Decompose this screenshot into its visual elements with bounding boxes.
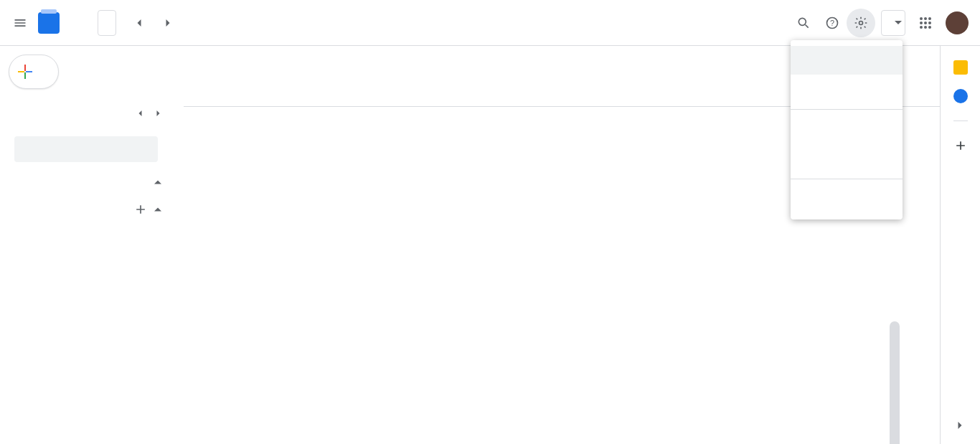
svg-point-4: [859, 21, 863, 24]
other-calendars-section[interactable]: [6, 202, 171, 217]
svg-point-9: [924, 22, 927, 24]
chevron-down-icon: [895, 19, 902, 27]
add-addon-icon[interactable]: [953, 138, 968, 156]
side-panel: [940, 46, 980, 444]
menu-item-print[interactable]: [791, 144, 903, 173]
svg-point-7: [928, 17, 931, 20]
plus-icon: [17, 63, 34, 80]
chevron-up-icon: [151, 175, 165, 189]
svg-point-10: [928, 22, 931, 24]
mini-next-button[interactable]: [149, 105, 166, 122]
scrollbar[interactable]: [890, 321, 900, 444]
my-calendars-section[interactable]: [6, 175, 171, 189]
settings-menu: [791, 40, 903, 219]
svg-point-11: [920, 26, 923, 29]
settings-icon[interactable]: [847, 9, 875, 37]
search-icon[interactable]: [789, 9, 818, 37]
today-button[interactable]: [98, 10, 116, 36]
divider: [791, 109, 903, 110]
menu-icon[interactable]: [6, 9, 34, 37]
help-icon[interactable]: ?: [818, 9, 847, 37]
svg-point-13: [928, 26, 931, 29]
menu-item-bin[interactable]: [791, 75, 903, 103]
create-button[interactable]: [9, 55, 59, 89]
apps-icon[interactable]: [911, 9, 940, 37]
app-logo: [34, 9, 63, 37]
prev-period-button[interactable]: [125, 9, 154, 37]
sidebar: [0, 46, 184, 444]
svg-point-8: [920, 22, 923, 24]
svg-point-6: [924, 17, 927, 20]
mini-prev-button[interactable]: [132, 105, 149, 122]
account-avatar[interactable]: [946, 11, 969, 34]
menu-item-density[interactable]: [791, 115, 903, 144]
svg-point-12: [924, 26, 927, 29]
svg-point-0: [798, 18, 806, 25]
svg-text:?: ?: [830, 19, 834, 27]
svg-point-5: [920, 17, 923, 20]
divider: [953, 121, 968, 121]
view-switcher[interactable]: [881, 10, 905, 36]
show-side-panel-button[interactable]: [953, 418, 967, 435]
tasks-icon[interactable]: [953, 89, 968, 103]
keep-icon[interactable]: [953, 60, 968, 75]
divider: [791, 179, 903, 179]
svg-line-1: [806, 24, 809, 27]
add-icon[interactable]: [133, 202, 148, 217]
menu-item-addons[interactable]: [791, 185, 903, 214]
search-people-input[interactable]: [14, 136, 158, 162]
chevron-up-icon: [151, 202, 165, 217]
menu-item-settings[interactable]: [791, 46, 903, 75]
next-period-button[interactable]: [154, 9, 182, 37]
